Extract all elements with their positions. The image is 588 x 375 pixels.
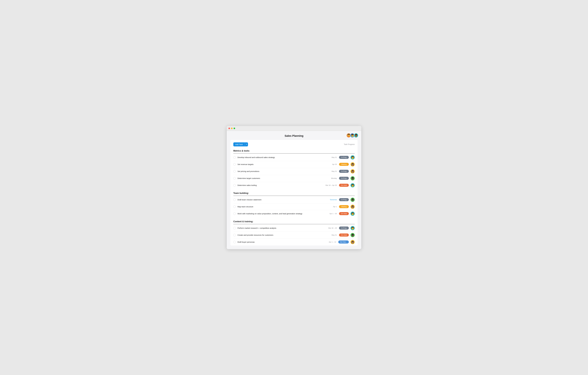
task-date-task-1: May 31 (332, 156, 337, 158)
task-row: Create and provide resources for custome… (233, 232, 355, 239)
task-avatar-task-2[interactable]: 👩🏽 (350, 162, 355, 167)
task-row: Map team structureApr 1Waiting👩🏽 (233, 203, 355, 210)
task-row: Draft team mission statementTomorrowIn P… (233, 196, 355, 203)
status-badge-task-4: In Prog (339, 177, 349, 180)
task-date-task-2: Apr 30 (332, 163, 337, 165)
task-date-task-4: Monday (331, 177, 337, 179)
task-avatar-task-5[interactable]: 🧑 (350, 183, 355, 187)
task-checkbox-task-10[interactable] (233, 234, 236, 236)
task-name-task-10: Create and provide resources for custome… (238, 234, 332, 236)
status-badge-task-3: In Prog (339, 170, 349, 173)
task-name-task-8: Work with marketing on value proposition… (238, 213, 329, 215)
section-gap (230, 189, 358, 191)
task-name-task-5: Determine sales tooling (238, 184, 326, 186)
avatar-group: 🧑‍🦱 👦 👨🏾 (347, 133, 358, 138)
task-checkbox-task-3[interactable] (233, 170, 236, 173)
section-metrics-tools: Metrics & tools:Develop inbound and outb… (230, 149, 358, 189)
task-name-task-7: Map team structure (238, 206, 333, 208)
status-badge-task-2: Waiting (339, 163, 349, 166)
app-header: Sales Planning 🧑‍🦱 👦 👨🏾 (227, 131, 361, 140)
toolbar: Add Task ▾ Task Progress (230, 140, 358, 149)
task-checkbox-task-8[interactable] (233, 212, 236, 215)
task-date-task-9: Mar 18 – 29 (328, 227, 337, 229)
task-date-task-11: Apr 1 – 12 (329, 241, 336, 243)
task-row: Determine target customersMondayIn Prog👨… (233, 175, 355, 182)
add-task-dropdown-arrow[interactable]: ▾ (245, 143, 248, 146)
task-row: Develop inbound and outbound sales strat… (233, 154, 355, 161)
task-avatar-task-1[interactable]: 🧑 (350, 155, 355, 159)
page-title: Sales Planning (284, 134, 304, 137)
task-date-task-6: Tomorrow (330, 199, 337, 201)
status-badge-task-6: In Prog (339, 198, 349, 201)
status-badge-task-10: On Hold (339, 233, 349, 237)
task-date-task-8: Apr 1 – 30 (329, 213, 337, 215)
task-date-task-10: May 31 (332, 234, 337, 236)
task-checkbox-task-6[interactable] (233, 198, 236, 201)
status-badge-task-8: On Hold (339, 212, 349, 215)
add-task-label: Add Task (233, 142, 245, 146)
section-team-building: Team building:Draft team mission stateme… (230, 191, 358, 217)
task-progress-label: Task Progress (344, 143, 355, 145)
traffic-lights (228, 128, 235, 129)
maximize-button[interactable] (233, 128, 235, 129)
task-name-task-11: Draft buyer personas (238, 241, 329, 243)
task-avatar-task-3[interactable]: 👩🏽 (350, 169, 355, 173)
status-badge-task-11: Not Star... (338, 240, 349, 243)
task-avatar-task-6[interactable]: 👨🏿 (350, 198, 355, 202)
close-button[interactable] (228, 128, 230, 129)
section-content-training: Content & training:Perform market resear… (230, 219, 358, 245)
task-checkbox-task-4[interactable] (233, 177, 236, 179)
task-row: Set revenue targetsApr 30Waiting👩🏽 (233, 161, 355, 168)
add-task-button[interactable]: Add Task ▾ (233, 142, 248, 146)
task-row: Perform market research + competitive an… (233, 225, 355, 232)
task-row: Draft buyer personasApr 1 – 12Not Star..… (233, 239, 355, 245)
titlebar (227, 126, 361, 131)
task-checkbox-task-9[interactable] (233, 227, 236, 229)
task-name-task-3: Set pricing and promotions (238, 170, 332, 172)
task-checkbox-task-11[interactable] (233, 241, 236, 243)
task-row: Set pricing and promotionsMay 31In Prog👩… (233, 168, 355, 175)
task-name-task-4: Determine target customers (238, 177, 331, 179)
task-name-task-1: Develop inbound and outbound sales strat… (238, 156, 332, 158)
task-checkbox-task-7[interactable] (233, 206, 236, 208)
sections-container: Metrics & tools:Develop inbound and outb… (230, 149, 358, 245)
avatar-user-3[interactable]: 👨🏾 (354, 133, 358, 138)
section-title-metrics-tools: Metrics & tools: (233, 149, 355, 154)
section-title-content-training: Content & training: (233, 219, 355, 224)
task-avatar-task-10[interactable]: 👨🏿 (350, 233, 355, 237)
task-name-task-6: Draft team mission statement (238, 199, 330, 201)
task-avatar-task-11[interactable]: 👩🏽 (350, 240, 355, 244)
content-area: Add Task ▾ Task Progress Metrics & tools… (230, 140, 358, 245)
task-avatar-task-8[interactable]: 🧑 (350, 212, 355, 216)
task-date-task-5: Mar 18 – Apr 30 (326, 184, 337, 186)
task-checkbox-task-5[interactable] (233, 184, 236, 187)
minimize-button[interactable] (231, 128, 232, 129)
section-title-team-building: Team building: (233, 191, 355, 196)
status-badge-task-7: Waiting (339, 205, 349, 208)
task-avatar-task-9[interactable]: 🧑 (350, 226, 355, 230)
task-avatar-task-4[interactable]: 👨🏿 (350, 176, 355, 180)
task-date-task-7: Apr 1 (333, 206, 337, 208)
task-name-task-9: Perform market research + competitive an… (238, 227, 328, 229)
task-date-task-3: May 31 (332, 170, 337, 172)
status-badge-task-9: In Prog (339, 227, 349, 229)
app-window: Sales Planning 🧑‍🦱 👦 👨🏾 Add Task ▾ Task … (227, 126, 361, 249)
task-checkbox-task-1[interactable] (233, 156, 236, 159)
status-badge-task-1: In Prog (339, 156, 349, 159)
task-row: Work with marketing on value proposition… (233, 210, 355, 217)
task-avatar-task-7[interactable]: 👩🏽 (350, 205, 355, 209)
status-badge-task-5: On Hold (339, 184, 349, 187)
task-checkbox-task-2[interactable] (233, 163, 236, 166)
task-name-task-2: Set revenue targets (238, 163, 332, 165)
avatar-face-3: 👨🏾 (354, 133, 358, 137)
section-gap (230, 217, 358, 219)
task-row: Determine sales toolingMar 18 – Apr 30On… (233, 182, 355, 189)
